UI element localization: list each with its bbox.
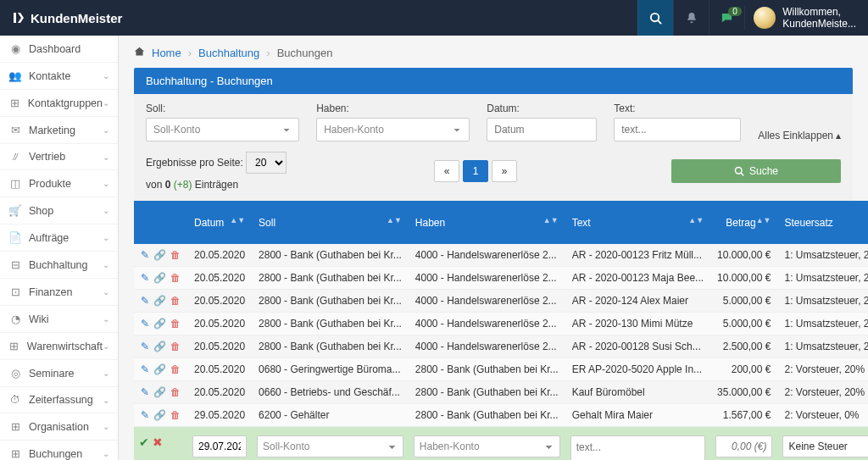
- bookings-table: Datum▲▼ Soll▲▼ Haben▲▼ Text▲▼ Betrag▲▼ S…: [134, 201, 868, 460]
- sidebar-item-zeiterfassung[interactable]: ⏱Zeiterfassung⌄: [0, 387, 118, 413]
- new-datum-input[interactable]: [192, 435, 247, 457]
- collapse-all-button[interactable]: Alles Einklappen ▴: [758, 130, 841, 141]
- new-haben-select[interactable]: Haben-Konto: [414, 435, 560, 457]
- pager-page-1[interactable]: 1: [463, 160, 488, 182]
- delete-icon[interactable]: 🗑: [170, 272, 181, 284]
- sidebar-item-aufträge[interactable]: 📄Aufträge⌄: [0, 224, 118, 252]
- cell-steuer: 1: Umsatzsteuer, 20%: [777, 267, 868, 290]
- home-icon[interactable]: [134, 46, 145, 59]
- delete-icon[interactable]: 🗑: [170, 318, 181, 330]
- breadcrumb-l1[interactable]: Buchhaltung: [198, 47, 259, 59]
- sidebar-item-organisation[interactable]: ⊞Organisation⌄: [0, 413, 118, 441]
- filter-haben-select[interactable]: Haben-Konto: [316, 118, 470, 141]
- nav-icon: ⊟: [8, 258, 22, 271]
- pager-next[interactable]: »: [492, 160, 517, 182]
- cell-soll: 6200 - Gehälter: [252, 404, 409, 427]
- search-button[interactable]: Suche: [671, 159, 841, 183]
- new-steuer-select[interactable]: Keine Steuer: [782, 435, 868, 457]
- col-haben[interactable]: Haben▲▼: [409, 201, 565, 244]
- edit-icon[interactable]: ✎: [141, 249, 149, 261]
- sidebar-item-shop[interactable]: 🛒Shop⌄: [0, 197, 118, 224]
- col-actions: [134, 201, 187, 244]
- sidebar-item-buchhaltung[interactable]: ⊟Buchhaltung⌄: [0, 252, 118, 279]
- sidebar-item-buchungen[interactable]: ⊞Buchungen⌄: [0, 441, 118, 460]
- filter-text-input[interactable]: [614, 118, 741, 141]
- pager-prev[interactable]: «: [434, 160, 459, 182]
- bell-icon: [686, 12, 698, 24]
- main-content: Home › Buchhaltung › Buchungen Buchhaltu…: [119, 36, 868, 460]
- nav-icon: ◔: [8, 313, 22, 325]
- sidebar-item-seminare[interactable]: ◎Seminare⌄: [0, 360, 118, 387]
- col-betrag[interactable]: Betrag▲▼: [710, 201, 777, 244]
- topbar-chat-button[interactable]: 0: [709, 0, 744, 36]
- per-page-select[interactable]: 20: [246, 152, 287, 174]
- edit-icon[interactable]: ✎: [141, 318, 149, 330]
- attachment-icon[interactable]: 🔗: [153, 295, 166, 307]
- cancel-icon[interactable]: ✖: [153, 435, 163, 449]
- brand[interactable]: KundenMeister: [0, 11, 134, 25]
- cell-soll: 2800 - Bank (Guthaben bei Kr...: [252, 244, 409, 267]
- breadcrumb-l2: Buchungen: [277, 47, 333, 59]
- cell-datum: 20.05.2020: [187, 335, 252, 358]
- delete-icon[interactable]: 🗑: [170, 249, 181, 261]
- attachment-icon[interactable]: 🔗: [153, 341, 166, 352]
- col-datum[interactable]: Datum▲▼: [187, 201, 252, 244]
- sidebar-item-wiki[interactable]: ◔Wiki⌄: [0, 306, 118, 333]
- edit-icon[interactable]: ✎: [141, 272, 149, 284]
- sidebar-item-kontakte[interactable]: 👥Kontakte⌄: [0, 63, 118, 90]
- nav-icon: ⊞: [8, 420, 22, 433]
- filter-soll-select[interactable]: Soll-Konto: [146, 118, 299, 141]
- chevron-down-icon: ⌄: [103, 125, 109, 135]
- chevron-right-icon: ›: [188, 47, 192, 59]
- delete-icon[interactable]: 🗑: [170, 363, 181, 375]
- sidebar-item-produkte[interactable]: ◫Produkte⌄: [0, 170, 118, 197]
- sidebar-item-finanzen[interactable]: ⊡Finanzen⌄: [0, 279, 118, 306]
- breadcrumb-home[interactable]: Home: [152, 47, 181, 59]
- topbar-user[interactable]: Willkommen, KundenMeiste...: [744, 6, 868, 30]
- col-text[interactable]: Text▲▼: [565, 201, 710, 244]
- col-steuer[interactable]: Steuersatz▲▼: [777, 201, 868, 244]
- edit-icon[interactable]: ✎: [141, 341, 149, 352]
- attachment-icon[interactable]: 🔗: [153, 363, 166, 375]
- sidebar-item-label: Dashboard: [29, 43, 81, 55]
- attachment-icon[interactable]: 🔗: [153, 272, 166, 284]
- filter-datum-input[interactable]: [487, 118, 597, 141]
- attachment-icon[interactable]: 🔗: [153, 409, 166, 421]
- sidebar-item-label: Buchungen: [29, 448, 82, 460]
- edit-icon[interactable]: ✎: [141, 363, 149, 375]
- delete-icon[interactable]: 🗑: [170, 341, 181, 352]
- edit-icon[interactable]: ✎: [141, 295, 149, 307]
- delete-icon[interactable]: 🗑: [170, 295, 181, 307]
- attachment-icon[interactable]: 🔗: [153, 386, 166, 398]
- panel-title: Buchhaltung - Buchungen: [134, 68, 853, 94]
- table-row: ✎🔗🗑20.05.20200660 - Betriebs- und Geschä…: [134, 381, 868, 404]
- edit-icon[interactable]: ✎: [141, 386, 149, 398]
- cell-text: Gehalt Mira Maier: [565, 404, 710, 427]
- cell-soll: 2800 - Bank (Guthaben bei Kr...: [252, 267, 409, 290]
- sidebar-item-label: Wiki: [29, 313, 49, 325]
- new-soll-select[interactable]: Soll-Konto: [257, 435, 403, 457]
- sidebar-item-vertrieb[interactable]: ⫽Vertrieb⌄: [0, 144, 118, 170]
- new-betrag-input[interactable]: [715, 435, 772, 457]
- sidebar-item-label: Buchhaltung: [29, 259, 88, 271]
- confirm-icon[interactable]: ✔: [139, 435, 149, 449]
- sidebar-item-marketing[interactable]: ✉Marketing⌄: [0, 117, 118, 144]
- attachment-icon[interactable]: 🔗: [153, 318, 166, 330]
- cell-soll: 0660 - Betriebs- und Geschäf...: [252, 381, 409, 404]
- topbar-search-button[interactable]: [637, 0, 673, 36]
- new-text-input[interactable]: [570, 435, 705, 460]
- col-soll[interactable]: Soll▲▼: [252, 201, 409, 244]
- chevron-right-icon: ›: [266, 47, 270, 59]
- cell-haben: 4000 - Handelswarenerlöse 2...: [409, 290, 565, 313]
- delete-icon[interactable]: 🗑: [170, 386, 181, 398]
- chevron-down-icon: ⌄: [103, 341, 109, 351]
- attachment-icon[interactable]: 🔗: [153, 249, 166, 261]
- sidebar-item-dashboard[interactable]: ◉Dashboard: [0, 36, 118, 63]
- sidebar-item-kontaktgruppen[interactable]: ⊞Kontaktgruppen⌄: [0, 90, 118, 117]
- edit-icon[interactable]: ✎: [141, 409, 149, 421]
- sidebar-item-warenwirtschaft[interactable]: ⊞Warenwirtschaft⌄: [0, 333, 118, 360]
- sidebar-item-label: Organisation: [29, 421, 89, 433]
- topbar-bell-button[interactable]: [673, 0, 709, 36]
- delete-icon[interactable]: 🗑: [170, 409, 181, 421]
- sidebar-item-label: Seminare: [29, 368, 75, 380]
